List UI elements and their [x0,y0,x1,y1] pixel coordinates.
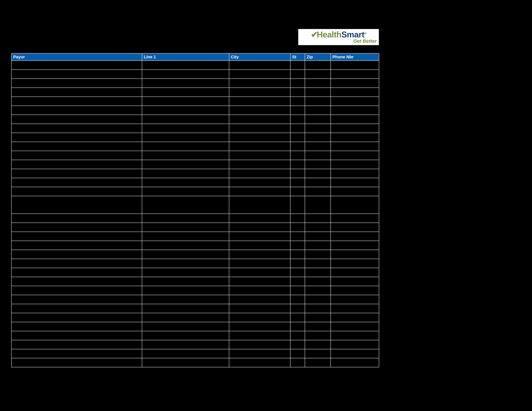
table-row [11,250,379,259]
table-header-row: Payor Line 1 City St Zip Phone Nbr [11,53,379,61]
table-cell [142,286,229,295]
table-cell [142,61,229,70]
table-cell [331,79,379,88]
logo-wordmark: ✔HealthSmart® [311,30,366,39]
table-cell [331,295,379,304]
table-cell [331,232,379,241]
table-row [11,169,379,178]
table-cell [229,169,290,178]
table-cell [331,313,379,322]
table-cell [229,340,290,349]
logo-tagline: Get Better [353,38,378,44]
table-row [11,187,379,196]
table-cell [229,223,290,232]
table-cell [142,241,229,250]
table-cell [229,277,290,286]
table-cell [142,250,229,259]
table-cell [331,214,379,223]
table-cell [229,124,290,133]
table-cell [305,214,331,223]
table-cell [290,223,305,232]
table-row [11,79,379,88]
table-cell [305,322,331,331]
table-cell [305,259,331,268]
table-cell [290,115,305,124]
table-cell [142,124,229,133]
table-cell [11,160,142,169]
table-cell [11,331,142,340]
table-cell [229,322,290,331]
table-cell [11,286,142,295]
table-cell [305,268,331,277]
table-cell [142,142,229,151]
table-cell [290,178,305,187]
table-cell [331,223,379,232]
table-cell [290,142,305,151]
table-row [11,349,379,358]
table-cell [142,331,229,340]
table-cell [331,259,379,268]
table-cell [290,304,305,313]
table-row [11,295,379,304]
table-row [11,178,379,187]
table-cell [229,97,290,106]
table-cell [290,160,305,169]
table-cell [11,178,142,187]
table-cell [331,358,379,367]
table-cell [11,169,142,178]
table-row [11,61,379,70]
table-row [11,259,379,268]
table-cell [142,295,229,304]
table-row [11,160,379,169]
table-cell [331,106,379,115]
table-cell [11,151,142,160]
table-cell [305,196,331,214]
table-cell [290,250,305,259]
table-cell [142,187,229,196]
table-cell [305,169,331,178]
table-row [11,124,379,133]
table-cell [305,313,331,322]
table-row [11,196,379,214]
table-cell [331,250,379,259]
table-cell [290,196,305,214]
table-cell [142,277,229,286]
payor-table: Payor Line 1 City St Zip Phone Nbr [11,53,379,367]
table-cell [229,241,290,250]
table-cell [305,241,331,250]
table-cell [331,151,379,160]
logo-word-1: Health [317,30,342,39]
table-cell [331,241,379,250]
table-row [11,133,379,142]
table-cell [331,304,379,313]
table-cell [290,106,305,115]
table-cell [305,115,331,124]
table-cell [229,331,290,340]
table-cell [305,358,331,367]
table-row [11,106,379,115]
table-cell [229,313,290,322]
table-cell [331,124,379,133]
table-cell [305,223,331,232]
table-cell [290,88,305,97]
table-cell [142,133,229,142]
table-cell [305,304,331,313]
table-cell [142,106,229,115]
table-cell [11,133,142,142]
col-header-city: City [229,53,290,61]
table-cell [142,349,229,358]
table-cell [331,169,379,178]
table-cell [290,151,305,160]
table-cell [142,196,229,214]
table-cell [331,196,379,214]
table-row [11,304,379,313]
table-cell [229,133,290,142]
table-cell [142,232,229,241]
logo-word-2: Smart [342,30,364,39]
table-cell [229,70,290,79]
col-header-st: St [290,53,305,61]
table-header: Payor Line 1 City St Zip Phone Nbr [11,53,379,61]
table-cell [305,349,331,358]
table-cell [11,250,142,259]
table-cell [331,340,379,349]
